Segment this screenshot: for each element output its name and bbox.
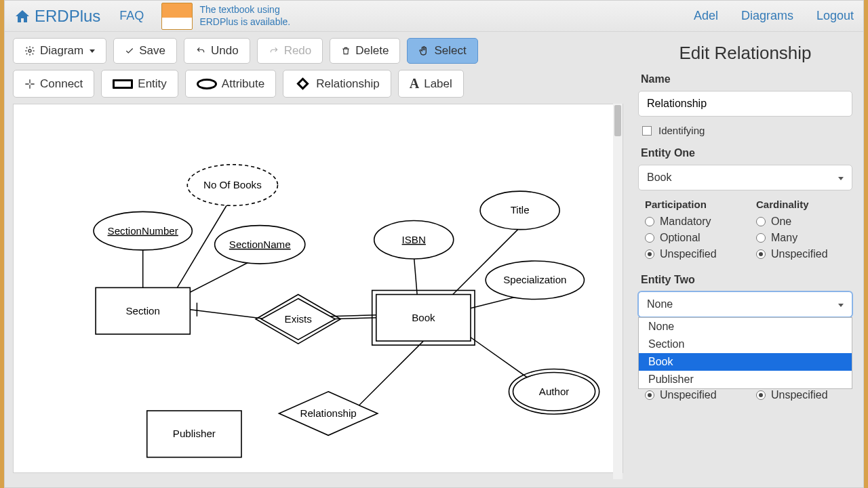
svg-text:Exists: Exists [285,313,313,325]
attribute-button[interactable]: Attribute [185,70,276,98]
brand[interactable]: ERDPlus [14,7,100,26]
svg-text:No Of Books: No Of Books [203,179,262,190]
canvas[interactable]: No Of Books SectionNumber SectionName IS… [13,104,623,473]
relationship-button[interactable]: Relationship [283,70,391,98]
redo-label: Redo [284,44,312,58]
svg-text:Section: Section [125,305,159,317]
label-label: Label [424,77,452,91]
entity-two-select[interactable]: None [638,291,852,317]
svg-text:Specialization: Specialization [503,274,566,285]
name-label: Name [641,73,852,85]
entity-one-value: Book [647,171,671,183]
entity-two-value: None [647,298,673,310]
connect-label: Connect [40,77,83,91]
svg-text:SectionName: SectionName [229,239,291,250]
e1-card-one[interactable]: One [756,216,852,228]
main-area: Diagram Save Undo [5,32,863,487]
textbook-thumb-icon [161,3,193,30]
trash-icon [341,45,351,56]
cardinality-heading: Cardinality [756,199,852,210]
e1-part-unspecified[interactable]: Unspecified [645,248,741,260]
e1-part-optional[interactable]: Optional [645,232,741,244]
scrollbar-thumb[interactable] [614,105,621,136]
connect-icon [24,79,35,89]
svg-text:Book: Book [412,312,435,323]
svg-text:SectionNumber: SectionNumber [108,225,178,237]
svg-text:ISBN: ISBN [402,234,426,245]
check-icon [125,46,134,56]
promo-line2: ERDPlus is available. [199,16,290,28]
attribute-label: Attribute [222,77,264,91]
canvas-scrollbar[interactable] [613,104,623,479]
identifying-label: Identifying [658,125,705,136]
undo-button[interactable]: Undo [184,38,250,64]
home-icon [14,9,31,24]
select-label: Select [434,44,466,58]
promo-text: The textbook using ERDPlus is available. [199,4,290,28]
delete-button[interactable]: Delete [330,38,400,64]
side-panel: Edit Relationship Name Identifying Entit… [631,32,863,487]
entity-two-option[interactable]: Section [639,336,852,353]
select-button[interactable]: Select [407,38,477,64]
entity-two-option[interactable]: None [639,318,852,336]
panel-title: Edit Relationship [638,43,852,64]
svg-line-8 [414,255,417,296]
connect-button[interactable]: Connect [13,70,94,98]
undo-icon [195,46,206,56]
hand-icon [418,45,429,56]
svg-text:Author: Author [539,386,570,397]
nav-right: Adel Diagrams Logout [694,9,854,23]
undo-label: Undo [211,44,239,58]
entity-button[interactable]: Entity [101,70,178,98]
promo-banner[interactable]: The textbook using ERDPlus is available. [161,3,290,30]
e1-card-many[interactable]: Many [756,232,852,244]
redo-button[interactable]: Redo [257,38,323,64]
nav-faq[interactable]: FAQ [119,9,144,23]
svg-line-6 [330,318,376,319]
attribute-icon [197,79,217,89]
promo-line1: The textbook using [199,4,290,16]
entity-label: Entity [138,77,167,91]
diagram-menu-button[interactable]: Diagram [13,38,106,64]
entity-two-option[interactable]: Publisher [639,371,852,388]
identifying-checkbox[interactable] [642,126,652,136]
e1-card-unspecified[interactable]: Unspecified [756,248,852,260]
entity-icon [113,79,133,89]
participation-heading: Participation [645,199,741,210]
relationship-icon [296,77,309,89]
svg-text:Publisher: Publisher [173,428,216,439]
canvas-wrap: No Of Books SectionNumber SectionName IS… [5,104,631,487]
svg-line-4 [190,310,267,319]
entity-two-label: Entity Two [641,274,852,286]
brand-text: ERDPlus [35,7,100,26]
redo-icon [269,46,279,56]
save-button[interactable]: Save [113,38,177,64]
delete-label: Delete [355,44,389,58]
gear-icon [24,45,35,56]
entity-one-select[interactable]: Book [638,165,852,190]
svg-text:Title: Title [511,204,530,216]
erd-diagram: No Of Books SectionNumber SectionName IS… [14,104,623,473]
app-root: ERDPlus FAQ The textbook using ERDPlus i… [4,0,864,488]
svg-text:Relationship: Relationship [300,407,357,419]
e1-part-mandatory[interactable]: Mandatory [645,216,741,228]
e2-part-unspecified[interactable]: Unspecified [645,389,741,401]
diagram-menu-label: Diagram [40,44,83,58]
entity-one-label: Entity One [641,147,852,159]
nav-logout[interactable]: Logout [816,9,854,23]
caret-down-icon [90,49,95,53]
name-input[interactable] [638,91,852,117]
save-label: Save [139,44,165,58]
svg-line-12 [355,340,424,409]
nav-diagrams[interactable]: Diagrams [741,9,793,23]
toolbar: Diagram Save Undo [5,32,631,104]
label-button[interactable]: A Label [398,70,464,98]
nav-user[interactable]: Adel [694,9,718,23]
identifying-row[interactable]: Identifying [642,125,852,136]
entity-two-dropdown[interactable]: NoneSectionBookPublisher [638,317,852,389]
label-icon: A [410,76,419,92]
entity-two-option[interactable]: Book [639,353,852,371]
e2-card-unspecified[interactable]: Unspecified [756,389,852,401]
entity-one-options: Participation Mandatory Optional Unspeci… [645,199,852,264]
svg-point-0 [28,49,31,52]
